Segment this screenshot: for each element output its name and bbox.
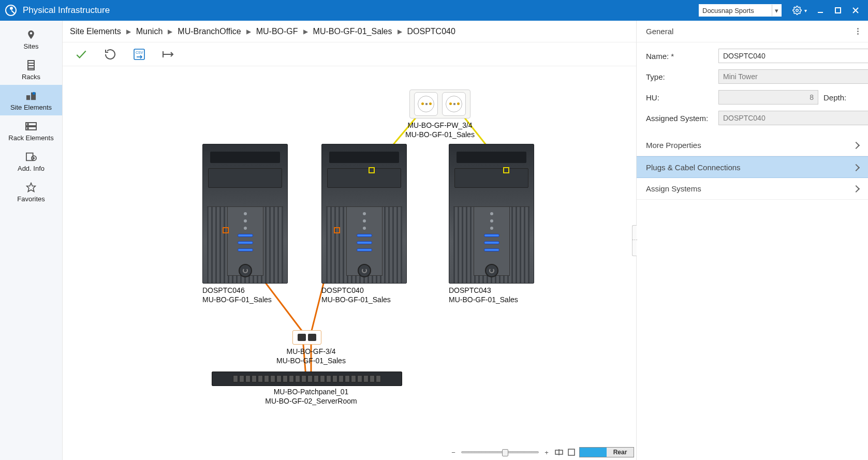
svg-rect-9 bbox=[26, 95, 30, 100]
map-pin-icon bbox=[25, 29, 37, 40]
svg-point-14 bbox=[27, 124, 28, 125]
fit-page-button[interactable] bbox=[567, 448, 576, 457]
window-close-button[interactable] bbox=[847, 4, 864, 17]
navigate-button[interactable] bbox=[161, 47, 175, 62]
sidebar-item-label: Sites bbox=[24, 42, 39, 50]
tower-node[interactable] bbox=[202, 144, 288, 284]
breadcrumb-item[interactable]: MU-BO-GF bbox=[256, 27, 298, 36]
power-outlet-node[interactable] bbox=[409, 90, 470, 118]
chevron-right-icon bbox=[854, 141, 859, 150]
name-input[interactable] bbox=[718, 49, 868, 63]
breadcrumb-item[interactable]: MU-BranchOffice bbox=[178, 27, 241, 36]
svg-rect-34 bbox=[568, 449, 575, 455]
type-label: Type: bbox=[646, 72, 713, 81]
sidebar-item-label: Racks bbox=[22, 73, 40, 81]
window-minimize-button[interactable] bbox=[812, 4, 829, 17]
breadcrumb-item[interactable]: Site Elements bbox=[70, 27, 121, 36]
sidebar-item-label: Favorites bbox=[17, 195, 45, 203]
title-bar: Physical Infrastructure Docusnap Sports … bbox=[0, 0, 868, 21]
front-rear-toggle[interactable]: Rear bbox=[579, 447, 634, 457]
breadcrumb-separator-icon: ▶ bbox=[168, 28, 172, 35]
sidebar-item-rack-elements[interactable]: Rack Elements bbox=[0, 115, 62, 146]
general-form: Name: * Type: HU: Depth: Assigned System… bbox=[637, 42, 868, 135]
tower-label: DOSPTC043MU-BO-GF-01_Sales bbox=[449, 286, 518, 304]
sidebar-item-label: Rack Elements bbox=[8, 134, 53, 142]
hu-input bbox=[718, 90, 818, 105]
sidebar-item-racks[interactable]: Racks bbox=[0, 54, 62, 85]
cable-endpoint-marker bbox=[503, 167, 509, 173]
name-label: Name: * bbox=[646, 52, 713, 61]
settings-gear-icon[interactable] bbox=[789, 4, 805, 17]
sidebar-item-favorites[interactable]: Favorites bbox=[0, 176, 62, 207]
sidebar-item-label: Site Elements bbox=[10, 103, 52, 111]
zoom-slider[interactable] bbox=[461, 451, 539, 453]
zoom-slider-thumb[interactable] bbox=[502, 449, 508, 456]
svg-text:CSV: CSV bbox=[136, 51, 143, 54]
zoom-in-button[interactable]: + bbox=[542, 448, 551, 457]
rear-view-option[interactable]: Rear bbox=[607, 448, 634, 457]
section-title: Plugs & Cabel Connections bbox=[646, 163, 741, 172]
svg-marker-20 bbox=[27, 183, 36, 192]
rack-elements-icon bbox=[25, 121, 37, 132]
section-plugs-connections[interactable]: Plugs & Cabel Connections bbox=[637, 156, 868, 178]
left-sidebar: Sites Racks Site Elements Rack Elements … bbox=[0, 21, 63, 460]
breadcrumb-item[interactable]: Munich bbox=[136, 27, 163, 36]
breadcrumb-item[interactable]: MU-BO-GF-01_Sales bbox=[313, 27, 392, 36]
diagram-canvas[interactable]: MU-BO-GF-PW_3/4MU-BO-GF-01_Sales DOSPTC0… bbox=[63, 66, 636, 460]
breadcrumb-separator-icon: ▶ bbox=[398, 28, 402, 35]
breadcrumb-item[interactable]: DOSPTC040 bbox=[407, 27, 455, 36]
section-title: More Properties bbox=[646, 141, 701, 150]
network-jack-label: MU-BO-GF-3/4MU-BO-GF-01_Sales bbox=[270, 347, 352, 365]
network-jack-node[interactable] bbox=[292, 330, 321, 345]
front-view-option[interactable] bbox=[580, 448, 607, 457]
cable-endpoint-marker bbox=[334, 227, 340, 233]
tenant-selector-dropdown-icon[interactable]: ▾ bbox=[772, 5, 781, 16]
csv-export-button[interactable]: CSV bbox=[132, 47, 146, 62]
star-icon bbox=[25, 182, 37, 193]
section-assign-systems[interactable]: Assign Systems bbox=[637, 178, 868, 200]
refresh-button[interactable] bbox=[103, 47, 117, 62]
cable-endpoint-marker bbox=[223, 227, 229, 233]
section-title: General bbox=[646, 27, 673, 36]
assigned-system-input bbox=[718, 111, 868, 125]
tower-node[interactable] bbox=[449, 144, 534, 284]
sidebar-item-sites[interactable]: Sites bbox=[0, 24, 62, 54]
tower-label: DOSPTC046MU-BO-GF-01_Sales bbox=[202, 286, 272, 304]
sidebar-item-site-elements[interactable]: Site Elements bbox=[0, 85, 62, 115]
power-socket-icon bbox=[442, 92, 466, 116]
breadcrumb-separator-icon: ▶ bbox=[126, 28, 131, 35]
toolbar: CSV bbox=[63, 42, 636, 66]
rj45-port-icon bbox=[308, 334, 316, 341]
breadcrumb-separator-icon: ▶ bbox=[246, 28, 251, 35]
apply-button[interactable] bbox=[74, 47, 89, 62]
svg-point-0 bbox=[796, 9, 799, 12]
chevron-right-icon bbox=[854, 184, 859, 193]
section-more-properties[interactable]: More Properties bbox=[637, 135, 868, 156]
svg-rect-2 bbox=[835, 8, 841, 13]
panel-collapse-grip[interactable]: ⋯ bbox=[632, 225, 637, 256]
power-outlet-label: MU-BO-GF-PW_3/4MU-BO-GF-01_Sales bbox=[394, 121, 486, 139]
settings-dropdown-caret-icon[interactable]: ▾ bbox=[804, 8, 807, 13]
cable-endpoint-marker bbox=[369, 167, 375, 173]
sidebar-item-add-info[interactable]: Add. Info bbox=[0, 146, 62, 176]
svg-point-15 bbox=[27, 128, 28, 129]
breadcrumb-separator-icon: ▶ bbox=[303, 28, 308, 35]
window-maximize-button[interactable] bbox=[830, 4, 846, 17]
tenant-selector[interactable]: Docusnap Sports ▾ bbox=[699, 4, 782, 17]
zoom-bar: − + Rear bbox=[449, 447, 634, 458]
patchpanel-label: MU-BO-Patchpanel_01MU-BO-GF-02_ServerRoo… bbox=[259, 388, 363, 406]
depth-label: Depth: bbox=[823, 93, 863, 102]
chevron-right-icon bbox=[854, 163, 859, 172]
more-menu-icon[interactable] bbox=[857, 28, 859, 35]
window-title: Physical Infrastructure bbox=[23, 5, 110, 16]
section-general-header[interactable]: General bbox=[637, 21, 868, 42]
tower-node[interactable] bbox=[321, 144, 407, 284]
zoom-out-button[interactable]: − bbox=[449, 448, 458, 457]
rj45-port-icon bbox=[298, 334, 306, 341]
fit-width-button[interactable] bbox=[554, 448, 564, 457]
svg-point-11 bbox=[33, 92, 35, 95]
patchpanel-node[interactable] bbox=[212, 372, 402, 386]
assigned-system-label: Assigned System: bbox=[646, 114, 713, 123]
hu-label: HU: bbox=[646, 93, 713, 102]
power-socket-icon bbox=[414, 92, 438, 116]
